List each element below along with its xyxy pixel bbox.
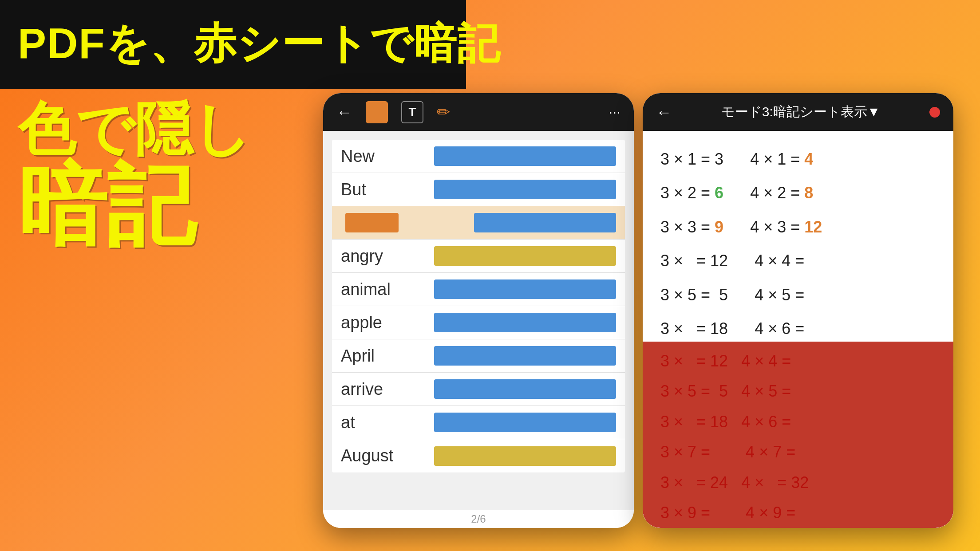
word-bar (434, 413, 616, 432)
math-row: 3 × 1 = 3 4 × 1 = 4 (660, 144, 936, 174)
math-expr: 3 × 2 = 6 (660, 178, 723, 208)
recording-indicator (929, 107, 940, 118)
word-bar (434, 246, 616, 266)
list-item: arrive (332, 373, 625, 406)
math-expr: 3 × = 12 (660, 246, 728, 276)
list-item: New (332, 140, 625, 173)
math-expr: 4 × 1 = 4 (750, 144, 813, 174)
page-indicator: 2/6 (471, 513, 486, 525)
math-row: 3 × = 18 4 × 6 = (660, 314, 936, 344)
left-text-line1: 色で隠し (18, 98, 306, 161)
phone1-footer: 2/6 (323, 510, 634, 528)
phone2-content: 3 × 1 = 3 4 × 1 = 4 3 × 2 = 6 4 × 2 = 8 … (643, 131, 953, 528)
phones-container: ← T ✏ ··· New But (314, 84, 980, 550)
word-label: animal (341, 280, 430, 299)
back-arrow-icon[interactable]: ← (656, 103, 672, 122)
phone2: ← モード3:暗記シート表示▼ 3 × 1 = 3 4 × 1 = 4 3 × … (643, 93, 953, 528)
word-bar (434, 446, 616, 466)
word-label: April (341, 346, 430, 366)
math-expr: 4 × 4 = (755, 246, 804, 276)
word-label: arrive (341, 380, 430, 399)
list-item: April (332, 339, 625, 373)
math-expr: 4 × 2 = 8 (750, 178, 813, 208)
back-arrow-icon[interactable]: ← (336, 103, 352, 122)
red-overlay-content: 3 × = 12 4 × 4 = 3 × 5 = 5 4 × 5 = 3 × =… (660, 346, 809, 528)
word-label: at (341, 413, 430, 432)
list-item: apple (332, 306, 625, 339)
math-row: 3 × 5 = 5 4 × 5 = (660, 280, 936, 310)
text-mode-icon[interactable]: T (401, 101, 423, 123)
math-expr: 3 × 1 = 3 (660, 144, 723, 174)
list-item: at (332, 406, 625, 439)
list-item: angry (332, 240, 625, 273)
more-options-icon[interactable]: ··· (609, 104, 620, 120)
word-label: angry (341, 247, 430, 266)
word-bar (434, 180, 616, 199)
list-item: But (332, 173, 625, 206)
math-row: 3 × 2 = 6 4 × 2 = 8 (660, 178, 936, 208)
phone1-content: New But angry animal (323, 131, 634, 510)
word-bar (474, 213, 616, 232)
top-banner: PDFを、赤シートで暗記 (0, 0, 466, 89)
left-text-line2: 暗記 (18, 161, 306, 250)
word-label: New (341, 147, 430, 166)
left-text-container: 色で隠し 暗記 (18, 98, 306, 250)
color-picker-icon[interactable] (366, 101, 388, 123)
math-expr: 3 × 3 = 9 (660, 212, 723, 242)
phone2-header-title: モード3:暗記シート表示▼ (681, 103, 921, 121)
top-banner-text: PDFを、赤シートで暗記 (18, 16, 501, 73)
math-row: 3 × = 12 4 × 4 = (660, 246, 936, 276)
list-item (332, 206, 625, 240)
word-label: But (341, 180, 430, 199)
word-bar (434, 313, 616, 332)
math-expr: 4 × 5 = (755, 280, 804, 310)
word-label: August (341, 446, 430, 465)
math-row: 3 × 3 = 9 4 × 3 = 12 (660, 212, 936, 242)
list-item: August (332, 439, 625, 472)
phone2-header: ← モード3:暗記シート表示▼ (643, 93, 953, 131)
word-bar (434, 346, 616, 366)
red-sheet-overlay[interactable]: 3 × = 12 4 × 4 = 3 × 5 = 5 4 × 5 = 3 × =… (643, 342, 953, 528)
math-expr: 4 × 6 = (755, 314, 804, 344)
phone1: ← T ✏ ··· New But (323, 93, 634, 528)
word-bar (434, 146, 616, 166)
math-expr: 3 × = 18 (660, 314, 728, 344)
list-item: animal (332, 273, 625, 306)
word-bar (434, 279, 616, 299)
math-expr: 3 × 5 = 5 (660, 280, 728, 310)
phone1-header: ← T ✏ ··· (323, 93, 634, 131)
word-bar (434, 379, 616, 399)
word-label: apple (341, 313, 430, 332)
math-expr: 4 × 3 = 12 (750, 212, 822, 242)
pencil-icon[interactable]: ✏ (437, 103, 450, 122)
word-list: New But angry animal (332, 140, 625, 472)
word-bar (345, 213, 399, 232)
